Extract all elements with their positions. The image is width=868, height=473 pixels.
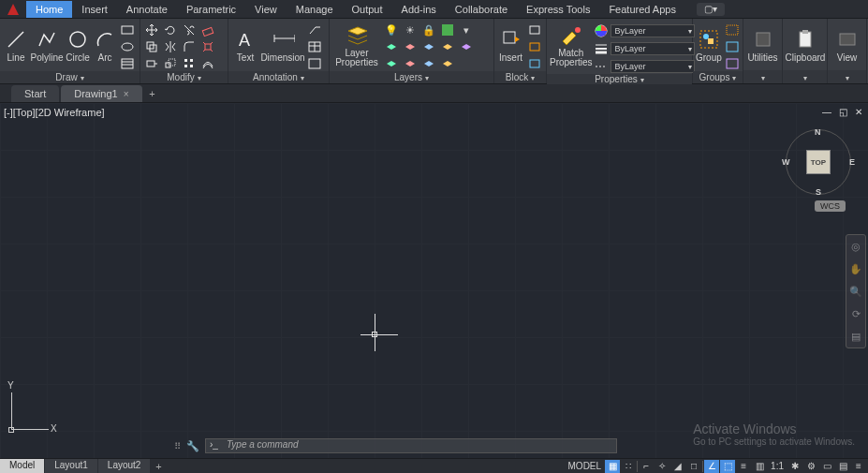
status-dynamic-icon[interactable]: ⬚ xyxy=(720,460,735,473)
status-otrack-icon[interactable]: ∠ xyxy=(704,460,719,473)
hatch-icon[interactable] xyxy=(119,56,136,71)
close-viewport-icon[interactable]: ✕ xyxy=(853,107,864,117)
compass-e[interactable]: E xyxy=(849,157,855,167)
panel-annotation-title[interactable]: Annotation xyxy=(228,71,329,83)
nav-pan-icon[interactable]: ✋ xyxy=(848,261,863,276)
ribbon-tab-view[interactable]: View xyxy=(245,1,287,18)
view-cube[interactable]: N S W E TOP xyxy=(786,129,851,195)
move-icon[interactable] xyxy=(143,22,160,37)
polyline-button[interactable]: Polyline xyxy=(31,21,63,69)
layer-sun-icon[interactable]: ☀ xyxy=(402,22,419,37)
group-bbx-icon[interactable] xyxy=(724,56,741,71)
ungroup-icon[interactable] xyxy=(724,22,741,37)
status-iso-icon[interactable]: ◢ xyxy=(670,460,685,473)
layer-tool1-icon[interactable] xyxy=(383,39,400,54)
ribbon-tab-manage[interactable]: Manage xyxy=(287,1,343,18)
layer-tool8-icon[interactable] xyxy=(420,56,437,71)
ribbon-tab-expresstools[interactable]: Express Tools xyxy=(517,1,599,18)
layer-more-icon[interactable]: ▾ xyxy=(458,22,475,37)
ellipse-icon[interactable] xyxy=(119,39,136,54)
offset-icon[interactable] xyxy=(199,56,216,71)
panel-block-title[interactable]: Block xyxy=(494,71,546,83)
command-input[interactable]: Type a command xyxy=(205,438,617,453)
file-tab-start[interactable]: Start xyxy=(11,85,59,102)
view-button[interactable]: View xyxy=(831,21,863,69)
group-edit-icon[interactable] xyxy=(724,39,741,54)
layer-tool3-icon[interactable] xyxy=(420,39,437,54)
array-icon[interactable] xyxy=(181,56,198,71)
layout-tab-layout1[interactable]: Layout1 xyxy=(45,459,98,473)
trim-icon[interactable] xyxy=(181,22,198,37)
rectangle-icon[interactable] xyxy=(119,22,136,37)
viewport-label[interactable]: [-][Top][2D Wireframe] xyxy=(4,107,105,118)
compass-s[interactable]: S xyxy=(816,187,821,197)
clipboard-button[interactable]: Clipboard xyxy=(786,21,825,69)
nav-zoom-icon[interactable]: 🔍 xyxy=(848,284,863,299)
layer-tool7-icon[interactable] xyxy=(402,56,419,71)
ribbon-minimize-button[interactable]: ▢▾ xyxy=(697,3,725,16)
nav-showmotion-icon[interactable]: ▤ xyxy=(848,329,863,344)
block-edit-icon[interactable] xyxy=(526,39,543,54)
scale-icon[interactable] xyxy=(162,56,179,71)
arc-button[interactable]: Arc xyxy=(93,21,117,69)
status-lineweight-icon[interactable]: ≡ xyxy=(736,460,751,473)
leader-icon[interactable] xyxy=(306,22,323,37)
stretch-icon[interactable] xyxy=(143,56,160,71)
ribbon-tab-output[interactable]: Output xyxy=(343,1,392,18)
ribbon-tab-collaborate[interactable]: Collaborate xyxy=(446,1,517,18)
panel-view-title[interactable] xyxy=(828,70,866,83)
dimension-button[interactable]: Dimension xyxy=(261,21,304,69)
mtext-icon[interactable] xyxy=(306,56,323,71)
panel-layers-title[interactable]: Layers xyxy=(330,71,493,83)
explode-icon[interactable] xyxy=(199,39,216,54)
minimize-icon[interactable]: — xyxy=(820,107,833,117)
layer-color-icon[interactable] xyxy=(439,22,456,37)
layer-lock-icon[interactable]: 🔒 xyxy=(420,22,437,37)
panel-utilities-title[interactable] xyxy=(743,70,782,83)
command-line-handle-icon[interactable]: ⠿ xyxy=(174,441,181,451)
utilities-button[interactable]: Utilities xyxy=(746,21,779,69)
match-properties-button[interactable]: Match Properties xyxy=(550,21,593,69)
status-workspace-icon[interactable]: ▭ xyxy=(819,460,834,473)
circle-button[interactable]: Circle xyxy=(65,21,91,69)
status-gear-icon[interactable]: ⚙ xyxy=(803,460,818,473)
status-annoscale-icon[interactable]: ✱ xyxy=(787,460,802,473)
panel-draw-title[interactable]: Draw xyxy=(0,71,140,83)
linetype-select[interactable]: ByLayer xyxy=(611,60,695,73)
file-tab-add[interactable]: + xyxy=(144,85,161,102)
panel-groups-title[interactable]: Groups xyxy=(693,71,743,83)
panel-modify-title[interactable]: Modify xyxy=(140,71,228,83)
ribbon-tab-insert[interactable]: Insert xyxy=(72,1,117,18)
close-icon[interactable]: × xyxy=(124,89,129,99)
group-button[interactable]: Group xyxy=(696,21,722,69)
layout-tab-model[interactable]: Model xyxy=(0,459,45,473)
status-model-button[interactable]: MODEL xyxy=(566,460,605,473)
drawing-area[interactable]: [-][Top][2D Wireframe] — ◱ ✕ N S W E TOP… xyxy=(0,103,868,458)
compass-w[interactable]: W xyxy=(782,157,790,167)
block-attr-icon[interactable] xyxy=(526,56,543,71)
layer-tool2-icon[interactable] xyxy=(402,39,419,54)
lineweight-select[interactable]: ByLayer xyxy=(611,42,695,55)
status-snap-icon[interactable]: ∷ xyxy=(621,460,636,473)
layer-tool4-icon[interactable] xyxy=(439,39,456,54)
wcs-badge[interactable]: WCS xyxy=(815,200,846,212)
compass-n[interactable]: N xyxy=(815,127,821,137)
maximize-icon[interactable]: ◱ xyxy=(837,107,849,117)
fillet-icon[interactable] xyxy=(181,39,198,54)
block-create-icon[interactable] xyxy=(526,22,543,37)
copy-icon[interactable] xyxy=(143,39,160,54)
layer-tool6-icon[interactable] xyxy=(383,56,400,71)
rotate-icon[interactable] xyxy=(162,22,179,37)
nav-orbit-icon[interactable]: ⟳ xyxy=(848,306,863,321)
layer-tool9-icon[interactable] xyxy=(439,56,456,71)
status-polar-icon[interactable]: ✧ xyxy=(655,460,669,473)
layer-bulb-icon[interactable]: 💡 xyxy=(383,22,400,37)
status-grid-icon[interactable]: ▦ xyxy=(605,460,620,473)
status-transparency-icon[interactable]: ▥ xyxy=(752,460,767,473)
ribbon-tab-annotate[interactable]: Annotate xyxy=(117,1,177,18)
insert-button[interactable]: Insert xyxy=(497,21,524,69)
mirror-icon[interactable] xyxy=(162,39,179,54)
nav-wheel-icon[interactable]: ◎ xyxy=(848,239,863,254)
ribbon-tab-parametric[interactable]: Parametric xyxy=(177,1,245,18)
layer-tool5-icon[interactable] xyxy=(458,39,475,54)
